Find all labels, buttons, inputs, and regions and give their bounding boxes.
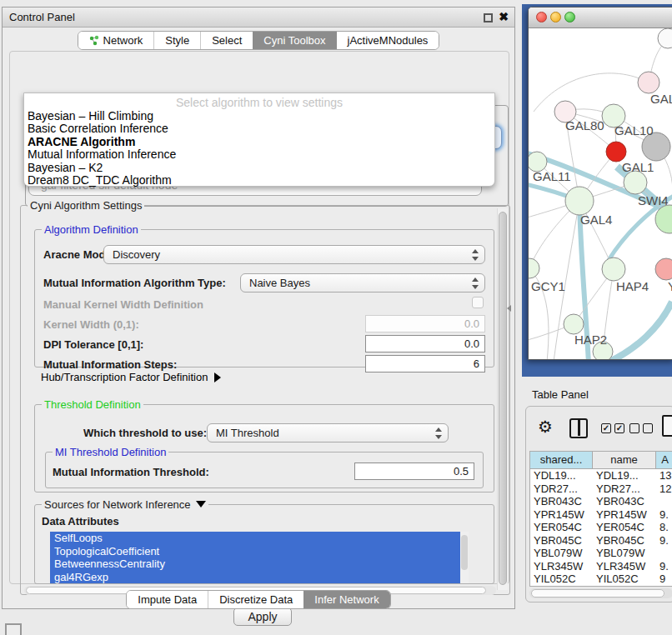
network-window-titlebar [529, 8, 672, 28]
mi-algorithm-type-combo[interactable]: Naive Bayes [240, 273, 485, 292]
network-edge[interactable] [534, 73, 649, 112]
node-top-partial[interactable] [658, 28, 672, 48]
aracne-mode-combo[interactable]: Discovery [103, 245, 485, 264]
tab-impute-data[interactable]: Impute Data [127, 591, 208, 608]
mi-steps-field[interactable]: 6 [365, 355, 485, 372]
columns-icon[interactable] [569, 418, 588, 438]
attributes-scrollbar[interactable] [460, 532, 469, 583]
algorithm-dropdown-placeholder: Select algorithm to view settings [24, 96, 494, 109]
cyni-algorithm-settings-group: Cyni Algorithm Settings Algorithm Defini… [20, 205, 510, 595]
control-panel: Control Panel ✖ NetworkStyleSelectCyni T… [2, 7, 515, 609]
splitpane-collapse-icon[interactable] [507, 305, 511, 312]
algorithm-definition-group: Algorithm Definition Aracne Mode: Discov… [34, 229, 494, 368]
attribute-item[interactable]: BetweennessCentrality [50, 558, 469, 571]
node-label-gal4: GAL4 [580, 212, 612, 227]
column-header[interactable]: shared... [530, 452, 593, 469]
tab-network[interactable]: Network [78, 32, 154, 49]
manual-kernel-width-checkbox[interactable] [472, 297, 484, 308]
table-header-row: shared...nameA [530, 452, 672, 469]
mac-zoom-icon[interactable] [564, 12, 575, 22]
tab-style[interactable]: Style [153, 32, 200, 49]
bottom-tabbar: Impute DataDiscretize DataInfer Network [126, 590, 390, 609]
node-pink-right[interactable] [655, 258, 672, 280]
tab-infer-network[interactable]: Infer Network [303, 591, 389, 608]
data-attributes-list[interactable]: SelfLoopsTopologicalCoefficientBetweenne… [50, 532, 469, 583]
combo-stepper-icon [472, 278, 479, 289]
algorithm-option[interactable]: Bayesian – K2 [28, 162, 491, 174]
hub-definition-expander[interactable]: Hub/Transcription Factor Definition [41, 371, 221, 383]
control-panel-titlebar: Control Panel ✖ [3, 8, 514, 28]
table-row[interactable]: YIL052CYIL052C9 [530, 572, 672, 586]
table-row[interactable]: YDL19...YDL19...13 [530, 469, 672, 482]
attribute-item[interactable]: gal4RGexp [50, 571, 469, 584]
tab-select[interactable]: Select [200, 32, 253, 49]
network-edge-thick[interactable] [606, 302, 672, 360]
node-red[interactable] [606, 142, 626, 162]
node-label-hap4: HAP4 [616, 279, 649, 293]
algorithm-list: Bayesian – Hill ClimbingBasic Correlatio… [28, 110, 491, 187]
table-row[interactable]: YLR345WYLR345W9. [530, 560, 672, 573]
control-panel-tabbar: NetworkStyleSelectCyni ToolboxjActiveMNo… [78, 31, 440, 50]
gear-icon[interactable]: ⚙ [538, 417, 553, 437]
deselect-all-columns-icon[interactable] [629, 423, 653, 433]
mac-close-icon[interactable] [536, 12, 547, 22]
close-panel-button[interactable]: ✖ [499, 10, 509, 23]
node-label-gcy1: GCY1 [531, 279, 565, 293]
attribute-item[interactable]: TopologicalCoefficient [50, 545, 469, 558]
node-gal4[interactable] [565, 187, 594, 215]
table-row[interactable]: YBR045CYBR045C9. [530, 534, 672, 548]
algorithm-option[interactable]: Dream8 DC_TDC Algorithm [28, 174, 491, 187]
table-horizontal-scrollbar[interactable] [529, 588, 672, 598]
algorithm-option[interactable]: ARACNE Algorithm [28, 136, 491, 148]
mi-algorithm-type-label: Mutual Information Algorithm Type: [43, 277, 226, 289]
which-threshold-combo[interactable]: MI Threshold [207, 423, 449, 442]
threshold-definition-group: Threshold Definition Which threshold to … [34, 404, 494, 492]
which-threshold-label: Which threshold to use: [83, 427, 207, 439]
settings-vertical-scrollbar[interactable] [497, 208, 508, 590]
select-all-columns-icon[interactable]: ✓✓ [601, 423, 624, 433]
table-row[interactable]: YBR043CYBR043C [530, 495, 672, 508]
node-label-y: Y [668, 279, 672, 293]
table-row[interactable]: YDR27...YDR27...12 [530, 482, 672, 496]
algorithm-option[interactable]: Bayesian – Hill Climbing [28, 110, 491, 122]
network-canvas[interactable]: GALGAL80GAL10GAL1GAL11SWI4GAL4GCY1HAP4YH… [529, 28, 672, 359]
dpi-tolerance-label: DPI Tolerance [0,1]: [43, 338, 143, 351]
column-header[interactable]: A [656, 452, 672, 469]
node-swi4[interactable] [624, 171, 647, 194]
table-panel: ⚙ ✓✓ shared...nameA YDL19...YDL19...13YD… [525, 406, 672, 602]
tab-jactivemnodules[interactable]: jActiveMNodules [337, 32, 439, 49]
mi-threshold-group-title: MI Threshold Definition [53, 446, 168, 458]
data-attributes-label: Data Attributes [42, 515, 119, 528]
algorithm-definition-title: Algorithm Definition [42, 223, 141, 236]
attribute-item[interactable]: SelfLoops [50, 532, 469, 545]
tab-cyni-toolbox[interactable]: Cyni Toolbox [253, 32, 336, 49]
sources-group-title[interactable]: Sources for Network Inference [42, 498, 208, 511]
algorithm-option[interactable]: Mutual Information Inference [28, 148, 491, 161]
table-row[interactable]: YBL079WYBL079W [530, 547, 672, 560]
node-gcy1[interactable] [529, 258, 539, 278]
network-view-window: GALGAL80GAL10GAL1GAL11SWI4GAL4GCY1HAP4YH… [528, 7, 672, 360]
table-row[interactable]: YPR145WYPR145W9. [530, 508, 672, 522]
node-label-gal1: GAL1 [622, 160, 654, 174]
float-window-button[interactable] [484, 13, 493, 22]
column-header[interactable]: name [593, 452, 656, 469]
apply-button[interactable]: Apply [233, 608, 292, 626]
algorithm-dropdown-popup: Select algorithm to view settings Bayesi… [23, 92, 495, 187]
tab-discretize-data[interactable]: Discretize Data [208, 591, 303, 608]
node-label-gal: GAL [650, 92, 672, 106]
export-table-icon[interactable] [662, 415, 672, 437]
table-toolbar: ⚙ ✓✓ [526, 407, 672, 450]
mi-steps-label: Mutual Information Steps: [43, 358, 177, 371]
table-row[interactable]: YER054CYER054C8. [530, 521, 672, 534]
algorithm-option[interactable]: Basic Correlation Inference [28, 122, 491, 135]
mi-threshold-field[interactable]: 0.5 [354, 462, 474, 480]
bottom-corner-icon[interactable] [5, 623, 22, 635]
dpi-tolerance-field[interactable]: 0.0 [365, 335, 485, 352]
node-hap4[interactable] [602, 258, 625, 281]
node-gal2[interactable] [638, 72, 659, 93]
mac-minimize-icon[interactable] [550, 12, 561, 22]
node-label-gal10: GAL10 [614, 123, 654, 138]
node-hap2[interactable] [564, 314, 584, 334]
control-panel-title: Control Panel [9, 11, 75, 23]
table-rows: YDL19...YDL19...13YDR27...YDR27...12YBR0… [530, 469, 672, 587]
